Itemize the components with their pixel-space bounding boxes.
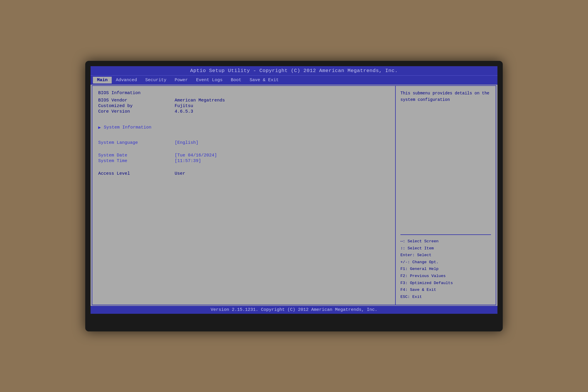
bios-title-bar: Aptio Setup Utility - Copyright (C) 2012… — [91, 66, 497, 75]
bios-help-text: This submenu provides details on the sys… — [400, 90, 491, 231]
bios-row-access-level: Access Level User — [98, 171, 389, 176]
bios-submenu-arrow: ▶ — [98, 125, 101, 130]
monitor-screen: Aptio Setup Utility - Copyright (C) 2012… — [91, 66, 497, 314]
key-f3: F3: Optimized Defaults — [400, 280, 491, 287]
system-language-label: System Language — [98, 140, 175, 145]
bios-left-panel: BIOS Information BIOS Vendor American Me… — [92, 86, 396, 305]
bios-footer: Version 2.15.1231. Copyright (C) 2012 Am… — [91, 306, 497, 314]
system-time-value: [11:57:39] — [175, 159, 201, 164]
system-date-value: [Tue 04/16/2024] — [175, 153, 217, 158]
access-level-value: User — [175, 171, 185, 176]
menu-item-power[interactable]: Power — [171, 77, 192, 84]
monitor-outer: Aptio Setup Utility - Copyright (C) 2012… — [85, 61, 503, 331]
key-f2: F2: Previous Values — [400, 273, 491, 280]
bios-keys-divider — [400, 234, 491, 235]
bios-section-title: BIOS Information — [98, 91, 389, 96]
bios-submenu-system-info[interactable]: ▶ System Information — [98, 125, 389, 130]
bios-right-panel: This submenu provides details on the sys… — [396, 86, 496, 305]
system-language-value: [English] — [175, 140, 198, 145]
bios-info-row-core: Core Version 4.6.5.3 — [98, 109, 389, 114]
bios-menu-bar: Main Advanced Security Power Event Logs … — [91, 75, 497, 85]
key-change-opt: +/-: Change Opt. — [400, 259, 491, 266]
menu-item-security[interactable]: Security — [141, 77, 171, 84]
bios-customized-label: Customized by — [98, 104, 175, 109]
menu-item-event-logs[interactable]: Event Logs — [192, 77, 227, 84]
key-esc: ESC: Exit — [400, 293, 491, 301]
key-f4: F4: Save & Exit — [400, 286, 491, 293]
access-level-label: Access Level — [98, 171, 175, 176]
menu-item-advanced[interactable]: Advanced — [112, 77, 141, 84]
bios-keys-section: ↔: Select Screen ↕: Select Item Enter: S… — [400, 238, 491, 301]
bios-submenu-label: System Information — [104, 125, 151, 130]
system-time-label: System Time — [98, 159, 175, 164]
key-select-item: ↕: Select Item — [400, 245, 491, 252]
menu-item-save-exit[interactable]: Save & Exit — [245, 77, 283, 84]
bios-row-system-date[interactable]: System Date [Tue 04/16/2024] — [98, 153, 389, 158]
bios-content: BIOS Information BIOS Vendor American Me… — [92, 85, 496, 305]
key-enter: Enter: Select — [400, 252, 491, 259]
menu-item-main[interactable]: Main — [93, 77, 112, 84]
footer-text: Version 2.15.1231. Copyright (C) 2012 Am… — [211, 307, 377, 312]
bios-core-value: 4.6.5.3 — [175, 109, 193, 114]
bios-customized-value: Fujitsu — [175, 104, 193, 109]
menu-item-boot[interactable]: Boot — [227, 77, 245, 84]
bios-info-row-vendor: BIOS Vendor American Megatrends — [98, 98, 389, 103]
bios-vendor-value: American Megatrends — [175, 98, 225, 103]
bios-info-row-customized: Customized by Fujitsu — [98, 104, 389, 109]
key-select-screen: ↔: Select Screen — [400, 238, 491, 245]
bios-container: Aptio Setup Utility - Copyright (C) 2012… — [91, 66, 497, 314]
key-f1: F1: General Help — [400, 266, 491, 273]
bios-vendor-label: BIOS Vendor — [98, 98, 175, 103]
bios-row-system-language[interactable]: System Language [English] — [98, 140, 389, 145]
title-text: Aptio Setup Utility - Copyright (C) 2012… — [190, 68, 398, 74]
bios-row-system-time[interactable]: System Time [11:57:39] — [98, 159, 389, 164]
system-date-label: System Date — [98, 153, 175, 158]
bios-core-label: Core Version — [98, 109, 175, 114]
